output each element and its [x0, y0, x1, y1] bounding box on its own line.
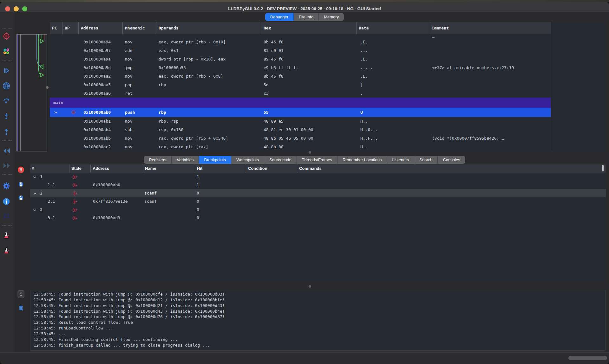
tab-memory[interactable]: Memory — [319, 13, 344, 21]
bp-state-cell[interactable] — [69, 206, 90, 214]
bp-commands — [297, 197, 606, 206]
splitter-handle-bottom[interactable] — [309, 285, 311, 288]
save-breakpoints-button[interactable] — [17, 181, 25, 189]
panel-tab-breakpoints[interactable]: Breakpoints — [199, 156, 231, 164]
toolbar-settings-button[interactable] — [2, 182, 10, 190]
bp-state-cell[interactable] — [69, 181, 90, 189]
disasm-row[interactable]: 0x100000aa5poprbp5d] — [50, 80, 551, 89]
log-output[interactable]: 12:58:45: Found instruction with jump @:… — [30, 290, 606, 351]
bp-number: 3 — [40, 206, 43, 214]
disasm-row[interactable]: 0x100000a9amovdword ptr [rbp - 0x10], ea… — [50, 55, 551, 63]
bp-state-cell[interactable] — [69, 214, 90, 222]
disasm-row[interactable]: 0x100000abbmovrax, qword ptr [rip + 0x54… — [50, 134, 551, 143]
disasm-row-current[interactable]: >0x100000ab0pushrbp55U — [50, 108, 551, 117]
toolbar-step-out-button[interactable] — [2, 127, 10, 136]
breakpoint-row[interactable]: 2.10x7ff81679e13escanf0 — [30, 197, 606, 206]
delete-breakpoints-button[interactable] — [17, 166, 25, 174]
bp-condition — [246, 173, 297, 181]
operands: 0x100000a55 — [156, 63, 261, 72]
breakpoint-icon — [72, 199, 77, 204]
panel-tab-watchpoints[interactable]: Watchpoints — [231, 156, 264, 164]
disasm-column-hex: Hex — [261, 22, 356, 34]
toolbar-stop-button[interactable] — [2, 82, 10, 90]
tab-file-info[interactable]: File Info — [294, 13, 319, 21]
bp-name — [143, 206, 195, 214]
splitter-handle-top[interactable] — [309, 151, 311, 154]
panel-tab-sourcecode[interactable]: Sourcecode — [264, 156, 297, 164]
bp-condition — [246, 206, 297, 214]
breakpoints-scrollbar[interactable] — [602, 165, 604, 171]
toolbar-frames-button[interactable] — [2, 212, 10, 220]
address — [78, 34, 122, 38]
panel-tab-consoles[interactable]: Consoles — [438, 156, 465, 164]
floppy-save-icon — [17, 194, 24, 201]
address: 0x100000abb — [78, 134, 122, 143]
disasm-row[interactable]: 0x100000a9djmp0x100000a55e9 b3 ff ff ff.… — [50, 63, 551, 72]
disasm-row[interactable]: 0x100000ab4subrsp, 0x13048 81 ec 30 01 0… — [50, 125, 551, 134]
main-tab-bar: DebuggerFile InfoMemory — [0, 13, 609, 21]
disasm-row[interactable]: 0x100000a97addeax, 0x183 c0 01... — [50, 46, 551, 55]
application-window: LLDBPyGUI 0.0.2 - DEV PREVIEW - 2025-06-… — [0, 0, 609, 364]
disasm-row[interactable]: 0x100000ab1movrbp, rsp48 89 e5H.. — [50, 117, 551, 125]
disasm-row[interactable]: 0x100000aa2moveax, dword ptr [rbp - 0x8]… — [50, 72, 551, 80]
toolbar-step-into-button[interactable] — [2, 112, 10, 120]
tab-debugger[interactable]: Debugger — [265, 13, 294, 21]
toolbar-test-button-2[interactable] — [2, 247, 10, 255]
panel-tab-registers[interactable]: Registers — [144, 156, 172, 164]
breakpoint-row[interactable]: 30 — [30, 206, 606, 214]
expander[interactable] — [33, 192, 37, 195]
bp-name — [143, 181, 195, 189]
data-ascii: H..F... — [356, 134, 429, 143]
comment: (void *)0x00007ff8595b8420: … — [429, 134, 551, 143]
toolbar-separator — [2, 140, 12, 141]
breakpoint-row[interactable]: 2scanf0 — [30, 189, 606, 197]
log-line: 12:58:45: Found instruction with jump @:… — [34, 303, 606, 309]
toolbar-rewind-button[interactable] — [2, 147, 10, 155]
function-label-row[interactable]: main — [50, 98, 551, 108]
hex-bytes: e9 b3 ff ff ff — [261, 63, 356, 72]
expander[interactable] — [33, 208, 37, 211]
breakpoint-row[interactable]: 1.10x100000ab01 — [30, 181, 606, 189]
breakpoint-row[interactable]: 11 — [30, 173, 606, 181]
save-breakpoints-button-2[interactable] — [17, 194, 25, 202]
expander[interactable] — [33, 176, 37, 178]
disasm-row[interactable]: _ — [50, 34, 551, 38]
bp-state-cell[interactable] — [69, 173, 90, 181]
operands: rax, qword ptr [rax] — [156, 143, 261, 151]
toolbar-continue-button[interactable] — [2, 67, 10, 75]
bp-hit-count: 0 — [195, 206, 246, 214]
bp-state-cell[interactable] — [69, 197, 90, 206]
toolbar-breakpoints-button[interactable] — [2, 32, 10, 40]
bp-hit-count: 0 — [195, 197, 246, 206]
panel-tab-bar: RegistersVariablesBreakpointsWatchpoints… — [0, 156, 609, 164]
panel-tab-threads-frames[interactable]: Threads/Frames — [297, 156, 337, 164]
breakpoint-icon — [72, 191, 77, 196]
disasm-row[interactable]: 0x100000a94moveax, dword ptr [rbp - 0x10… — [50, 38, 551, 46]
panel-tab-remember-locations[interactable]: Remember Locations — [337, 156, 387, 164]
bp-number: 1 — [40, 173, 43, 181]
address: 0x100000aa2 — [78, 72, 122, 80]
disasm-row[interactable]: 0x100000aa6retc3. — [50, 89, 551, 98]
collapse-icon — [17, 290, 24, 298]
bp-condition — [246, 181, 297, 189]
bp-column-name: Name — [143, 164, 195, 173]
toolbar-step-over-button[interactable] — [2, 96, 10, 105]
toolbar-info-button[interactable] — [2, 197, 10, 206]
collapse-log-button[interactable] — [17, 290, 25, 299]
bp-name: scanf — [143, 189, 195, 197]
log-line: 12:58:45: Result load control flow: True — [34, 320, 606, 325]
horizontal-scrollbar-handle[interactable] — [568, 356, 607, 360]
panel-tab-variables[interactable]: Variables — [172, 156, 199, 164]
control-flow-minimap — [15, 33, 51, 152]
disasm-column-address: Address — [78, 22, 122, 34]
breakpoint-row[interactable]: 3.10x100000ad30 — [30, 214, 606, 222]
bp-state-cell[interactable] — [69, 189, 90, 197]
disasm-row[interactable]: 0x100000ac2movrax, qword ptr [rax]48 8b … — [50, 143, 551, 151]
continue-icon — [2, 67, 10, 75]
panel-tab-listeners[interactable]: Listeners — [387, 156, 415, 164]
panel-tab-search[interactable]: Search — [414, 156, 438, 164]
breakpoint-icon — [72, 216, 77, 220]
toolbar-plugins-button[interactable] — [2, 47, 10, 55]
toolbar-test-button-1[interactable] — [2, 231, 10, 239]
clear-log-button[interactable] — [17, 304, 25, 312]
